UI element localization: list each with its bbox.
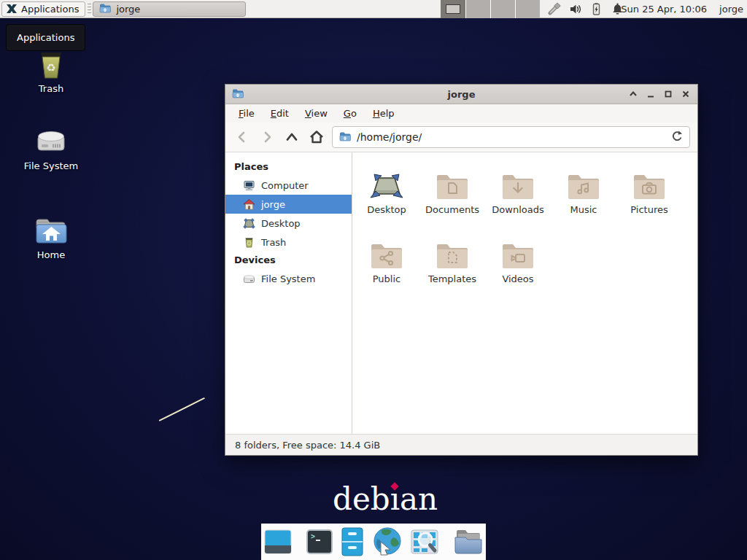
trash-icon: ♻: [0, 48, 102, 80]
window-titlebar[interactable]: jorge: [225, 85, 697, 104]
maximize-button[interactable]: [662, 89, 673, 100]
up-button[interactable]: [282, 128, 301, 147]
file-item-desktop[interactable]: Desktop: [354, 161, 419, 215]
volume-icon[interactable]: [568, 2, 582, 16]
file-item-label: Desktop: [354, 204, 419, 215]
terminal-icon[interactable]: >: [306, 528, 333, 556]
statusbar-text: 8 folders, Free space: 14.4 GiB: [235, 440, 380, 451]
videos-folder-icon: [485, 230, 551, 270]
workspace-switcher[interactable]: [441, 0, 540, 18]
username-label[interactable]: jorge: [719, 4, 743, 15]
home-folder-icon: [0, 213, 102, 246]
trash-icon: [243, 236, 255, 249]
workspace-4[interactable]: [515, 0, 540, 18]
sidebar-item-label: Desktop: [261, 218, 301, 229]
debian-logo-i: ı: [390, 481, 400, 517]
file-manager-window: jorge File Edit View Go Help: [225, 84, 698, 456]
workspace-window-preview: [446, 4, 460, 14]
tools-icon[interactable]: [547, 2, 561, 16]
desktop-icon-file-system[interactable]: File System: [0, 127, 102, 171]
sidebar-item-jorge[interactable]: jorge: [225, 195, 352, 214]
menubar: File Edit View Go Help: [225, 104, 697, 122]
music-folder-icon: [551, 161, 616, 201]
sidebar-item-computer[interactable]: Computer: [225, 176, 352, 195]
applications-tooltip: Applications: [6, 24, 85, 51]
panel-right-info: Sun 25 Apr, 10:06 jorge: [621, 0, 743, 18]
menu-edit[interactable]: Edit: [265, 106, 295, 120]
location-bar[interactable]: [332, 126, 690, 148]
battery-icon[interactable]: [589, 2, 603, 16]
clock[interactable]: Sun 25 Apr, 10:06: [621, 4, 707, 15]
home-button[interactable]: [307, 128, 326, 147]
svg-text:>: >: [311, 532, 315, 540]
file-item-label: Downloads: [485, 204, 551, 215]
reload-icon[interactable]: [670, 130, 683, 145]
taskbar-grip: [88, 4, 91, 14]
sidebar-item-label: Trash: [261, 237, 286, 248]
file-item-label: Pictures: [616, 204, 682, 215]
file-item-public[interactable]: Public: [354, 230, 419, 284]
computer-icon: [243, 179, 255, 192]
close-button[interactable]: [680, 89, 691, 100]
file-item-documents[interactable]: Documents: [419, 161, 485, 215]
file-item-label: Public: [354, 273, 419, 284]
window-controls: [627, 89, 691, 100]
taskbar-window-button[interactable]: jorge: [93, 1, 246, 17]
minimize-button[interactable]: [645, 89, 656, 100]
file-cabinet-icon[interactable]: [340, 526, 365, 557]
drive-icon: [0, 127, 102, 158]
debian-logo: debıan: [333, 481, 438, 517]
forward-button[interactable]: [258, 128, 276, 147]
folder-icon: [99, 3, 111, 15]
file-item-templates[interactable]: Templates: [419, 230, 485, 284]
statusbar: 8 folders, Free space: 14.4 GiB: [225, 434, 697, 455]
sidebar-item-label: jorge: [261, 199, 285, 210]
location-input[interactable]: [357, 131, 665, 143]
home-icon: [243, 198, 255, 211]
desktop-icon-label: File System: [0, 160, 102, 171]
back-button[interactable]: [233, 128, 252, 147]
public-folder-icon: [354, 230, 419, 270]
desktop-icon-label: Home: [0, 249, 102, 260]
desktop-icon: [243, 217, 255, 230]
sidebar-item-desktop[interactable]: Desktop: [225, 214, 352, 233]
app-finder-icon[interactable]: [410, 527, 439, 556]
applications-menu-label: Applications: [21, 4, 79, 15]
file-item-pictures[interactable]: Pictures: [616, 161, 682, 215]
file-item-label: Documents: [419, 204, 485, 215]
menu-go[interactable]: Go: [338, 106, 363, 120]
file-icon-view[interactable]: Desktop Documents: [352, 152, 697, 434]
pictures-folder-icon: [616, 161, 682, 201]
sidebar-item-file-system[interactable]: File System: [225, 269, 352, 288]
system-tray: [547, 0, 624, 18]
devices-header: Devices: [225, 252, 352, 269]
top-panel: Applications jorge: [0, 0, 747, 18]
file-item-downloads[interactable]: Downloads: [485, 161, 551, 215]
menu-view[interactable]: View: [299, 106, 333, 120]
debian-logo-text: an: [400, 481, 438, 517]
desktop-icon-trash[interactable]: ♻ Trash: [0, 48, 102, 94]
desktop-icon-home[interactable]: Home: [0, 213, 102, 260]
workspace-1-active[interactable]: [441, 0, 465, 18]
applications-menu-button[interactable]: Applications: [1, 1, 85, 17]
places-header: Places: [225, 158, 352, 176]
downloads-folder-icon: [485, 161, 551, 201]
xfce-menu-icon: [6, 3, 18, 15]
file-item-label: Templates: [419, 273, 485, 284]
templates-folder-icon: [419, 230, 485, 270]
menu-help[interactable]: Help: [367, 106, 400, 120]
sidebar-item-label: Computer: [261, 180, 309, 191]
workspace-3[interactable]: [490, 0, 515, 18]
path-folder-icon: [339, 131, 351, 144]
svg-text:♻: ♻: [46, 61, 55, 74]
file-item-music[interactable]: Music: [551, 161, 616, 215]
show-desktop-icon[interactable]: [263, 527, 293, 556]
sidebar-item-trash[interactable]: Trash: [225, 233, 352, 252]
desktop-icon-label: Trash: [0, 83, 102, 94]
shade-button[interactable]: [627, 89, 638, 100]
web-browser-icon[interactable]: [371, 526, 403, 558]
file-item-videos[interactable]: Videos: [485, 230, 551, 284]
workspace-2[interactable]: [465, 0, 490, 18]
file-manager-folder-icon[interactable]: [452, 527, 484, 556]
menu-file[interactable]: File: [233, 106, 260, 120]
